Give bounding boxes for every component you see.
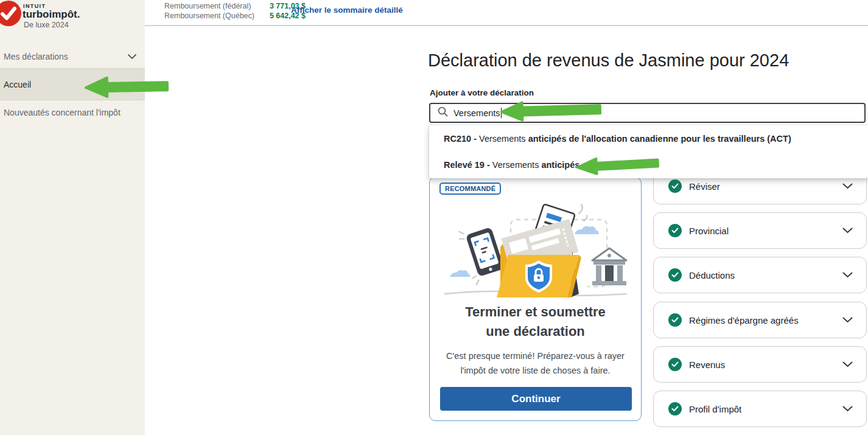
refund-row-federal: Remboursement (fédéral) 3 771,03 $ <box>164 2 306 10</box>
section-label: Profil d'impôt <box>689 404 842 414</box>
result-rc210[interactable]: RC210 - Versements anticipés de l'alloca… <box>429 125 868 151</box>
chevron-down-icon <box>842 359 853 370</box>
sidebar-group-mes-declarations[interactable]: Mes déclarations <box>0 45 145 68</box>
check-circle-icon <box>668 358 682 371</box>
section-regimes-epargne[interactable]: Régimes d'épargne agréés <box>653 302 867 338</box>
chevron-down-icon <box>842 181 853 192</box>
folder-icon <box>497 219 581 298</box>
section-label: Réviser <box>689 181 842 192</box>
sidebar-item-label: Nouveautés concernant l'impôt <box>4 108 121 117</box>
refund-label: Remboursement (fédéral) <box>164 2 270 10</box>
bank-icon <box>592 248 626 285</box>
sidebar-item-nouveautes[interactable]: Nouveautés concernant l'impôt <box>0 100 145 125</box>
search-query-text: Versements <box>453 108 500 118</box>
turboimpot-logo-check-icon <box>0 1 21 26</box>
product-edition: De luxe 2024 <box>24 21 69 29</box>
search-section-label: Ajouter à votre déclaration <box>430 88 534 97</box>
refund-summary-bar: Remboursement (fédéral) 3 771,03 $ Rembo… <box>145 0 868 26</box>
search-icon <box>438 106 448 119</box>
brand-turboimpot: turboimpôt. <box>23 9 80 21</box>
sidebar: INTUIT turboimpôt. De luxe 2024 Mes décl… <box>0 0 145 435</box>
check-circle-icon <box>668 402 682 416</box>
check-circle-icon <box>668 268 682 282</box>
chevron-down-icon <box>128 52 136 61</box>
page-title: Déclaration de revenus de Jasmine pour 2… <box>428 50 789 71</box>
finish-and-submit-card: RECOMMANDÉ <box>429 177 642 421</box>
card-heading: Terminer et soumettre une déclaration <box>430 302 641 341</box>
refund-row-quebec: Remboursement (Québec) 5 642,42 $ <box>164 12 306 20</box>
section-label: Déductions <box>689 270 842 280</box>
section-deductions[interactable]: Déductions <box>653 257 867 293</box>
detailed-summary-link[interactable]: Afficher le sommaire détaillé <box>291 5 403 15</box>
secure-folder-illustration <box>438 197 634 304</box>
result-match: Versements <box>492 160 542 170</box>
chevron-down-icon <box>842 315 853 325</box>
chevron-down-icon <box>842 270 853 280</box>
continue-button[interactable]: Continuer <box>440 387 632 411</box>
check-circle-icon <box>668 313 682 327</box>
search-results-dropdown: RC210 - Versements anticipés de l'alloca… <box>429 125 868 178</box>
section-provincial[interactable]: Provincial <box>653 212 867 249</box>
result-prefix: RC210 - <box>444 134 479 144</box>
chevron-down-icon <box>842 403 853 414</box>
result-suffix: anticipés <box>541 160 579 170</box>
result-prefix: Relevé 19 - <box>444 160 492 170</box>
section-profil-impot[interactable]: Profil d'impôt <box>653 391 867 427</box>
result-releve-19[interactable]: Relevé 19 - Versements anticipés <box>429 151 868 178</box>
result-suffix: anticipés de l'allocation canadienne pou… <box>528 134 791 144</box>
recommended-badge: RECOMMANDÉ <box>439 183 501 195</box>
text-caret <box>501 108 502 118</box>
card-body-text: C'est presque terminé! Préparez-vous à r… <box>430 349 641 378</box>
section-revenus[interactable]: Revenus <box>653 346 867 383</box>
result-match: Versements <box>479 134 528 144</box>
chevron-down-icon <box>842 225 853 236</box>
section-label: Revenus <box>689 360 842 370</box>
sidebar-group-label: Mes déclarations <box>4 52 128 61</box>
sidebar-item-accueil[interactable]: Accueil <box>0 69 145 100</box>
check-circle-icon <box>668 179 682 193</box>
search-input[interactable]: Versements <box>429 103 866 123</box>
section-label: Provincial <box>689 226 842 236</box>
check-circle-icon <box>668 224 682 237</box>
sidebar-item-label: Accueil <box>4 80 31 89</box>
section-label: Régimes d'épargne agréés <box>689 315 842 325</box>
refund-label: Remboursement (Québec) <box>164 12 270 20</box>
